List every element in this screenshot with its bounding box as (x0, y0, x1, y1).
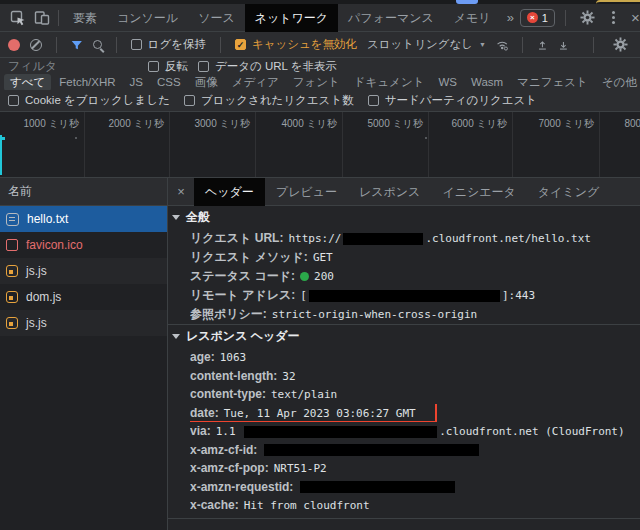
filter-type-img[interactable]: 画像 (189, 74, 224, 91)
header-line-x-cache: x-cache:Hit from cloudfront (190, 496, 640, 515)
header-name: リクエスト メソッド: (190, 250, 308, 264)
request-name: hello.txt (27, 212, 68, 226)
preserve-log-checkbox[interactable] (131, 39, 142, 50)
filter-type-js[interactable]: JS (124, 75, 149, 89)
status-green-dot-icon (300, 272, 309, 281)
third-party-checkbox[interactable] (368, 95, 379, 106)
settings-gear-icon[interactable] (576, 6, 600, 30)
header-name: x-cache: (190, 498, 239, 512)
filter-type-font[interactable]: フォント (287, 74, 346, 91)
tab-console[interactable]: コンソール (107, 4, 188, 32)
third-party-checkbox-group: サードパーティのリクエスト (368, 93, 537, 108)
request-row-hello-txt[interactable]: hello.txt (0, 206, 167, 232)
filter-type-css[interactable]: CSS (151, 75, 187, 89)
tab-memory[interactable]: メモリ (444, 4, 501, 32)
export-har-icon[interactable] (558, 38, 569, 52)
tab-performance[interactable]: パフォーマンス (338, 4, 444, 32)
tab-network[interactable]: ネットワーク (245, 4, 338, 32)
header-value: text/plain (271, 388, 337, 401)
filter-type-other[interactable]: その他 (596, 74, 640, 91)
tab-headers[interactable]: ヘッダー (194, 178, 265, 206)
redaction-box (343, 233, 423, 245)
devtools-main-toolbar: 要素 コンソール ソース ネットワーク パフォーマンス メモリ » × 1 × (0, 4, 640, 32)
request-row-dom-js[interactable]: dom.js (0, 284, 167, 310)
header-value: [ (300, 289, 307, 302)
general-section-header[interactable]: 全般 (172, 206, 640, 229)
name-column-header[interactable]: 名前 (0, 178, 167, 206)
header-line-remote-address: リモート アドレス:[]:443 (190, 286, 640, 305)
filter-type-wasm[interactable]: Wasm (465, 75, 509, 89)
more-tabs-icon[interactable]: » (501, 10, 520, 25)
hide-data-urls-checkbox[interactable] (198, 61, 209, 72)
header-value: .cloudfront.net/hello.txt (425, 232, 591, 245)
request-options-bar: Cookie をブロックしました ブロックされたリクエスト数 サードパーティのリ… (0, 90, 640, 112)
header-value: Tue, 11 Apr 2023 03:06:27 GMT (224, 407, 416, 420)
header-line-x-amz-cf-pop: x-amz-cf-pop:NRT51-P2 (190, 459, 640, 478)
error-badge[interactable]: × 1 (520, 9, 555, 27)
network-conditions-icon[interactable] (496, 38, 508, 52)
header-line-x-amzn-requestid: x-amzn-requestid: (190, 478, 640, 497)
clear-network-log-icon[interactable] (30, 39, 42, 51)
tab-elements[interactable]: 要素 (63, 4, 107, 32)
tab-initiator[interactable]: イニシエータ (431, 178, 526, 206)
header-value: ]:443 (502, 289, 535, 302)
triangle-down-icon (172, 215, 180, 220)
timeline-request-dot (425, 137, 427, 139)
header-line-status-code: ステータス コード:200 (190, 267, 640, 286)
header-value: strict-origin-when-cross-origin (272, 308, 477, 321)
header-name: 参照ポリシー: (190, 307, 267, 321)
tab-preview[interactable]: プレビュー (265, 178, 348, 206)
tab-timing[interactable]: タイミング (527, 178, 610, 206)
timeline-tick: 4000 ミリ秒 (252, 117, 337, 131)
request-name: favicon.ico (26, 238, 83, 252)
devtools-window: 要素 コンソール ソース ネットワーク パフォーマンス メモリ » × 1 × (0, 0, 640, 530)
header-value: GET (313, 251, 333, 264)
invert-label: 反転 (165, 59, 188, 74)
network-settings-gear-icon[interactable] (608, 33, 632, 57)
filter-funnel-icon[interactable] (71, 38, 83, 52)
timeline-tick: 7000 ミリ秒 (509, 117, 594, 131)
request-details-pane: × ヘッダー プレビュー レスポンス イニシエータ タイミング 全般 リクエスト… (167, 178, 640, 530)
filter-type-media[interactable]: メディア (226, 74, 285, 91)
more-options-icon[interactable] (612, 16, 615, 19)
close-details-icon[interactable]: × (168, 184, 194, 199)
request-row-favicon-ico[interactable]: favicon.ico (0, 232, 167, 258)
timeline-request-dot (75, 137, 77, 139)
header-value: 1.1 (216, 425, 243, 438)
filter-input[interactable] (8, 59, 138, 73)
invert-checkbox[interactable] (148, 61, 159, 72)
response-headers-section-header[interactable]: レスポンス ヘッダー (172, 325, 640, 348)
blocked-requests-checkbox[interactable] (184, 95, 195, 106)
header-name: x-amzn-requestid: (190, 480, 293, 494)
timeline-tick: 8000 ミリ秒 (595, 117, 640, 131)
error-count: 1 (542, 12, 548, 24)
request-row-js-js-2[interactable]: js.js (0, 310, 167, 336)
script-icon (6, 317, 18, 329)
redaction-box (264, 444, 479, 456)
close-devtools-button[interactable]: × (627, 9, 640, 26)
header-name: リモート アドレス: (190, 288, 295, 302)
tab-response[interactable]: レスポンス (348, 178, 431, 206)
blocked-cookies-checkbox[interactable] (8, 95, 19, 106)
device-toolbar-icon[interactable] (30, 6, 54, 30)
tab-sources[interactable]: ソース (188, 4, 245, 32)
search-icon[interactable] (93, 40, 102, 49)
general-section: 全般 リクエスト URL:https://.cloudfront.net/hel… (168, 206, 640, 324)
import-har-icon[interactable] (537, 38, 548, 52)
network-toolbar: ログを保持 ✓ キャッシュを無効化 スロットリングなし ▼ (0, 32, 640, 58)
disable-cache-checkbox[interactable]: ✓ (235, 39, 246, 50)
blocked-cookies-label: Cookie をブロックしました (25, 93, 170, 108)
filter-type-fetch-xhr[interactable]: Fetch/XHR (53, 75, 121, 89)
network-overview-timeline[interactable]: 1000 ミリ秒 2000 ミリ秒 3000 ミリ秒 4000 ミリ秒 5000… (0, 112, 640, 178)
throttling-dropdown[interactable]: スロットリングなし ▼ (367, 37, 486, 52)
filter-type-all[interactable]: すべて (4, 74, 51, 91)
filter-type-manifest[interactable]: マニフェスト (511, 74, 594, 91)
disable-cache-checkbox-group: ✓ キャッシュを無効化 (235, 37, 357, 52)
header-line-date: date:Tue, 11 Apr 2023 03:06:27 GMT (190, 404, 640, 423)
request-row-js-js[interactable]: js.js (0, 258, 167, 284)
record-network-log-button[interactable] (8, 39, 20, 51)
filter-type-doc[interactable]: ドキュメント (348, 74, 431, 91)
header-line-age: age:1063 (190, 348, 640, 367)
inspect-element-icon[interactable] (6, 6, 30, 30)
filter-type-ws[interactable]: WS (432, 75, 463, 89)
